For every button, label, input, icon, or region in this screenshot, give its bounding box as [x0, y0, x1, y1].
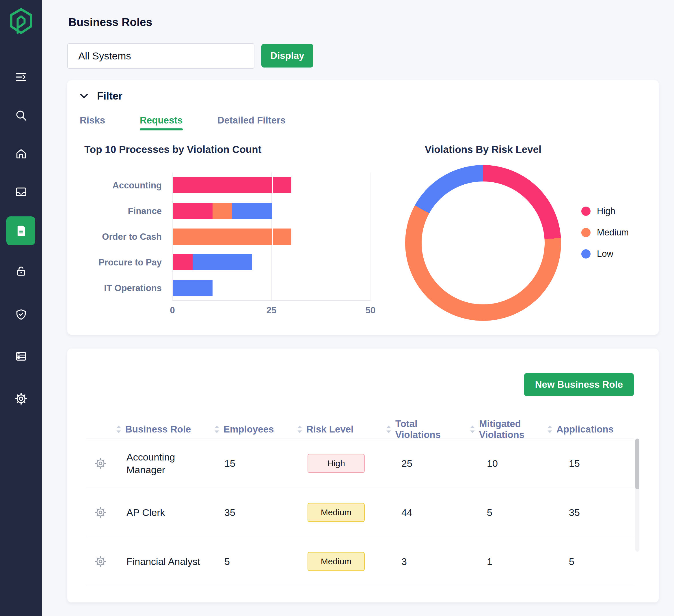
filter-tabs: Risks Requests Detailed Filters — [80, 115, 286, 130]
x-tick-50: 50 — [366, 305, 375, 316]
cell-mitigated-violations: 5 — [487, 507, 492, 518]
legend-label-low: Low — [597, 249, 613, 259]
shield-check-icon — [14, 308, 28, 321]
inbox-icon — [14, 185, 28, 198]
filter-collapse-chevron-icon[interactable] — [79, 91, 90, 102]
table-scrollbar-track — [635, 439, 639, 552]
hexagon-logo-icon — [9, 7, 33, 37]
sidebar-item-search[interactable] — [0, 109, 42, 122]
legend-label-high: High — [597, 206, 615, 216]
settings-gear-icon — [14, 392, 28, 405]
row-actions-gear-icon[interactable] — [94, 506, 107, 519]
cell-business-role: AP Clerk — [126, 506, 207, 519]
sidebar-item-home[interactable] — [0, 147, 42, 161]
table-bottom-divider — [86, 586, 634, 586]
risk-level-badge: High — [308, 454, 365, 473]
tab-risks[interactable]: Risks — [80, 115, 105, 130]
donut-chart-title: Violations By Risk Level — [425, 144, 542, 155]
sort-icon — [547, 425, 553, 434]
cell-applications: 15 — [569, 458, 580, 469]
stacked-bar — [173, 228, 292, 245]
new-business-role-button[interactable]: New Business Role — [524, 373, 634, 396]
bar-segment-low — [173, 280, 213, 296]
search-icon — [14, 109, 28, 122]
sort-icon — [297, 425, 303, 434]
collapse-sidebar-icon — [14, 70, 28, 84]
cell-employees: 15 — [224, 458, 235, 469]
bar-segment-medium — [173, 228, 292, 245]
bar-segment-low — [232, 203, 272, 219]
row-actions-gear-icon[interactable] — [94, 555, 107, 568]
sort-icon — [214, 425, 220, 434]
sidebar-item-documents-active[interactable] — [0, 224, 42, 238]
donut-legend: High Medium Low — [581, 206, 629, 259]
server-list-icon — [14, 350, 28, 363]
bar-category-label: IT Operations — [67, 275, 162, 301]
tab-requests[interactable]: Requests — [140, 115, 183, 130]
display-button[interactable]: Display — [261, 44, 313, 67]
sidebar-item-compliance[interactable] — [0, 308, 42, 321]
legend-dot — [581, 228, 590, 237]
stacked-bar — [173, 280, 213, 296]
cell-total-violations: 25 — [402, 458, 412, 469]
bar-category-label: Accounting — [67, 172, 162, 198]
sidebar-item-systems[interactable] — [0, 349, 42, 363]
legend-item-low: Low — [581, 249, 629, 259]
table-row: Financial Analyst 5 Medium 3 1 5 — [86, 536, 634, 586]
system-select-input[interactable] — [67, 43, 254, 69]
legend-dot — [581, 206, 590, 216]
bar-category-label: Procure to Pay — [67, 250, 162, 275]
cell-applications: 5 — [569, 556, 574, 567]
risk-level-badge: Medium — [308, 503, 365, 522]
sidebar-item-inbox[interactable] — [0, 185, 42, 199]
legend-label-medium: Medium — [597, 227, 629, 238]
cell-applications: 35 — [569, 507, 580, 518]
cell-mitigated-violations: 10 — [487, 458, 498, 469]
cell-mitigated-violations: 1 — [487, 556, 492, 567]
stacked-bar — [173, 177, 292, 193]
bar-category-label: Order to Cash — [67, 224, 162, 250]
home-icon — [14, 147, 28, 160]
lock-open-icon — [14, 265, 28, 278]
cell-total-violations: 3 — [402, 556, 407, 567]
bar-category-label: Finance — [67, 198, 162, 224]
gridline-overlay — [272, 228, 273, 245]
bar-chart-title: Top 10 Processes by Violation Count — [84, 144, 261, 155]
cell-total-violations: 44 — [402, 507, 412, 518]
sort-icon — [116, 425, 122, 434]
legend-dot — [581, 249, 590, 259]
sidebar-item-settings[interactable] — [0, 392, 42, 406]
table-row: AP Clerk 35 Medium 44 5 35 — [86, 488, 634, 536]
bar-segment-medium — [213, 203, 232, 219]
legend-item-high: High — [581, 206, 629, 216]
bar-chart-labels: AccountingFinanceOrder to CashProcure to… — [67, 172, 162, 301]
app-logo[interactable] — [0, 7, 42, 37]
sidebar-item-lock[interactable] — [0, 264, 42, 278]
x-tick-25: 25 — [266, 305, 276, 316]
table-scrollbar-thumb[interactable] — [635, 439, 639, 489]
bar-segment-high — [173, 203, 213, 219]
legend-item-medium: Medium — [581, 227, 629, 238]
table-row: Accounting Manager 15 High 25 10 15 — [86, 439, 634, 488]
tab-detailed-filters[interactable]: Detailed Filters — [217, 115, 286, 130]
bar-segment-low — [193, 254, 252, 270]
sort-icon — [469, 425, 476, 434]
page-title: Business Roles — [69, 16, 152, 29]
bar-chart-plot — [173, 172, 370, 301]
filter-section-title: Filter — [97, 90, 122, 102]
stacked-bar — [173, 254, 252, 270]
document-icon — [14, 224, 28, 238]
sidebar — [0, 0, 42, 616]
x-tick-0: 0 — [170, 305, 175, 316]
donut-chart — [405, 165, 561, 321]
stacked-bar — [173, 203, 272, 219]
sidebar-item-collapse[interactable] — [0, 70, 42, 84]
row-actions-gear-icon[interactable] — [94, 457, 107, 470]
cell-employees: 35 — [224, 507, 235, 518]
bar-segment-high — [173, 177, 292, 193]
cell-business-role: Financial Analyst — [126, 555, 207, 568]
sort-icon — [385, 425, 392, 434]
app-window: Business Roles Display Filter Risks Requ… — [0, 0, 674, 616]
gridline-overlay — [272, 177, 273, 193]
cell-employees: 5 — [224, 556, 230, 567]
